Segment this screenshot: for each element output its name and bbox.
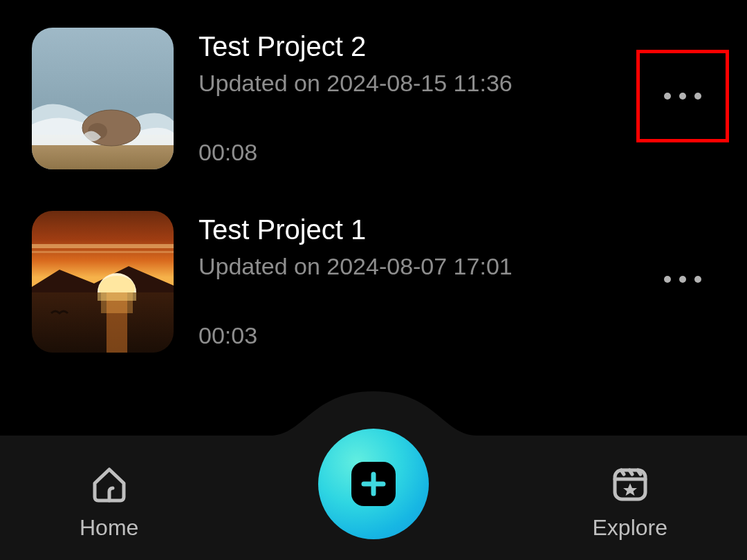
project-thumbnail[interactable] bbox=[32, 211, 174, 353]
home-icon bbox=[88, 463, 131, 505]
project-more-button[interactable] bbox=[636, 50, 729, 142]
explore-icon bbox=[609, 463, 652, 505]
nav-home-label: Home bbox=[80, 515, 138, 541]
svg-rect-6 bbox=[32, 244, 174, 248]
svg-rect-12 bbox=[98, 292, 136, 301]
nav-explore-label: Explore bbox=[593, 515, 668, 541]
projects-list: Test Project 2 Updated on 2024-08-15 11:… bbox=[0, 0, 747, 353]
project-row[interactable]: Test Project 1 Updated on 2024-08-07 17:… bbox=[32, 211, 715, 353]
svg-rect-7 bbox=[32, 251, 174, 253]
project-thumbnail[interactable] bbox=[32, 28, 174, 169]
plus-icon bbox=[351, 462, 396, 506]
more-icon bbox=[664, 93, 701, 100]
nav-home[interactable]: Home bbox=[80, 463, 138, 541]
create-button[interactable] bbox=[318, 429, 429, 539]
project-more-button[interactable] bbox=[636, 233, 729, 326]
more-icon bbox=[664, 276, 701, 283]
bottom-nav: Home Explore bbox=[0, 436, 747, 560]
project-duration: 00:03 bbox=[199, 322, 715, 349]
project-row[interactable]: Test Project 2 Updated on 2024-08-15 11:… bbox=[32, 28, 715, 169]
nav-explore[interactable]: Explore bbox=[593, 463, 668, 541]
project-duration: 00:08 bbox=[199, 139, 715, 166]
